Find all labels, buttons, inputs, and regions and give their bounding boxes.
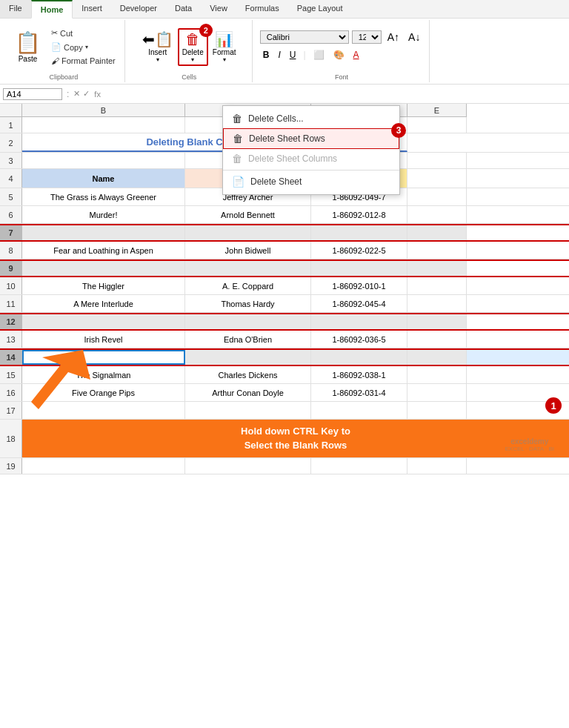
cell-b10[interactable]: The Higgler	[22, 277, 185, 294]
tab-formulas[interactable]: Formulas	[236, 0, 288, 18]
cell-e15[interactable]	[407, 366, 467, 383]
underline-button[interactable]: U	[287, 49, 299, 61]
cell-c16[interactable]: Arthur Conan Doyle	[185, 384, 311, 401]
cell-c12[interactable]	[185, 314, 311, 329]
cell-b8[interactable]: Fear and Loathing in Aspen	[22, 242, 185, 259]
cell-c9[interactable]	[185, 261, 311, 276]
cell-e19[interactable]	[407, 458, 467, 474]
cell-e8[interactable]	[407, 242, 467, 259]
cell-d9[interactable]	[311, 261, 407, 276]
cell-d7[interactable]	[311, 225, 407, 240]
cell-b16[interactable]: Five Orange Pips	[22, 384, 185, 401]
cell-b3[interactable]	[22, 153, 185, 168]
bold-button[interactable]: B	[260, 49, 273, 61]
cell-e11[interactable]	[407, 295, 467, 312]
cell-c19[interactable]	[185, 458, 311, 474]
cell-c6[interactable]: Arnold Bennett	[185, 206, 311, 223]
cell-d12[interactable]	[311, 314, 407, 329]
cell-b1[interactable]	[22, 117, 185, 133]
delete-badge: 2	[199, 24, 213, 37]
delete-button[interactable]: 🗑 Delete ▾ 2	[178, 28, 208, 66]
cell-d10[interactable]: 1-86092-010-1	[311, 277, 407, 294]
cell-e14[interactable]	[407, 350, 467, 365]
cell-b14[interactable]	[22, 350, 185, 365]
cell-c14[interactable]	[185, 350, 311, 365]
cell-e13[interactable]	[407, 331, 467, 348]
cell-b6[interactable]: Murder!	[22, 206, 185, 223]
border-button[interactable]: ⬜	[310, 49, 327, 61]
font-row-2: B I U | ⬜ 🎨 A	[260, 49, 424, 61]
cells-trio: ⬅📋 Insert ▾ 🗑 Delete ▾ 2 📊 Format ▾	[139, 21, 239, 72]
cell-b19[interactable]	[22, 458, 185, 474]
cell-d8[interactable]: 1-86092-022-5	[311, 242, 407, 259]
cell-b9[interactable]	[22, 261, 185, 276]
dropdown-item-delete-sheet[interactable]: 📄 Delete Sheet	[223, 172, 399, 191]
row-num: 13	[0, 331, 22, 348]
cell-c10[interactable]: A. E. Coppard	[185, 277, 311, 294]
name-box[interactable]	[3, 88, 62, 100]
cell-c17[interactable]	[185, 402, 311, 419]
cell-e17[interactable]	[407, 402, 467, 419]
cell-d16[interactable]: 1-86092-031-4	[311, 384, 407, 401]
cell-b12[interactable]	[22, 314, 185, 329]
cell-b5[interactable]: The Grass is Always Greener	[22, 188, 185, 205]
insert-button[interactable]: ⬅📋 Insert ▾	[139, 29, 176, 64]
cell-d17[interactable]	[311, 402, 407, 419]
cell-c7[interactable]	[185, 225, 311, 240]
cell-c11[interactable]: Thomas Hardy	[185, 295, 311, 312]
tab-page-layout[interactable]: Page Layout	[288, 0, 352, 18]
cell-e1[interactable]	[407, 117, 467, 133]
font-size-select[interactable]: 12	[352, 30, 382, 44]
format-button[interactable]: 📊 Format ▾	[210, 29, 239, 64]
cell-e7[interactable]	[407, 225, 467, 240]
cell-e12[interactable]	[407, 314, 467, 329]
cell-e4[interactable]	[407, 169, 467, 188]
font-name-select[interactable]: Calibri	[260, 30, 349, 44]
cell-header-name[interactable]: Name	[22, 169, 185, 188]
cell-b17[interactable]	[22, 402, 185, 419]
cell-d6[interactable]: 1-86092-012-8	[311, 206, 407, 223]
fill-color-button[interactable]: 🎨	[330, 49, 347, 61]
dropdown-item-delete-sheet-rows[interactable]: 🗑 Delete Sheet Rows 3	[223, 128, 399, 149]
cell-b11[interactable]: A Mere Interlude	[22, 295, 185, 312]
cell-c15[interactable]: Charles Dickens	[185, 366, 311, 383]
format-painter-button[interactable]: 🖌 Format Painter	[48, 55, 119, 67]
tab-file[interactable]: File	[0, 0, 31, 18]
dropdown-item-delete-cells[interactable]: 🗑 Delete Cells...	[223, 109, 399, 128]
italic-button[interactable]: I	[275, 49, 283, 61]
cell-e16[interactable]	[407, 384, 467, 401]
cell-e5[interactable]	[407, 188, 467, 205]
tab-home[interactable]: Home	[31, 0, 73, 19]
delete-sheet-columns-icon: 🗑	[232, 153, 242, 165]
tab-view[interactable]: View	[201, 0, 236, 18]
cell-b15[interactable]: The Signalman	[22, 366, 185, 383]
cell-c8[interactable]: John Bidwell	[185, 242, 311, 259]
cell-c13[interactable]: Edna O'Brien	[185, 331, 311, 348]
tab-insert[interactable]: Insert	[73, 0, 111, 18]
cell-d15[interactable]: 1-86092-038-1	[311, 366, 407, 383]
delete-icon: 🗑	[185, 31, 200, 48]
cell-d19[interactable]	[311, 458, 407, 474]
paste-button[interactable]: 📋 Paste	[9, 27, 47, 66]
cell-b7[interactable]	[22, 225, 185, 240]
cell-d11[interactable]: 1-86092-045-4	[311, 295, 407, 312]
cell-e10[interactable]	[407, 277, 467, 294]
row-num: 16	[0, 384, 22, 401]
cut-button[interactable]: ✂ Cut	[48, 27, 119, 39]
copy-button[interactable]: 📄 Copy ▾	[48, 41, 119, 53]
cell-e6[interactable]	[407, 206, 467, 223]
font-group: Calibri 12 A↑ A↓ B I U | ⬜ 🎨 A	[254, 20, 430, 82]
cell-e9[interactable]	[407, 261, 467, 276]
formula-input[interactable]	[105, 88, 566, 100]
cell-e3[interactable]	[407, 153, 467, 168]
annotation-cell: Hold down CTRL Key toSelect the Blank Ro…	[22, 420, 569, 457]
cell-d14[interactable]	[311, 350, 407, 365]
row-num: 3	[0, 153, 22, 168]
tab-data[interactable]: Data	[166, 0, 201, 18]
increase-font-button[interactable]: A↑	[385, 30, 402, 44]
cell-d13[interactable]: 1-86092-036-5	[311, 331, 407, 348]
tab-developer[interactable]: Developer	[111, 0, 166, 18]
font-color-button[interactable]: A	[350, 49, 362, 61]
cell-b13[interactable]: Irish Revel	[22, 331, 185, 348]
decrease-font-button[interactable]: A↓	[405, 30, 423, 44]
